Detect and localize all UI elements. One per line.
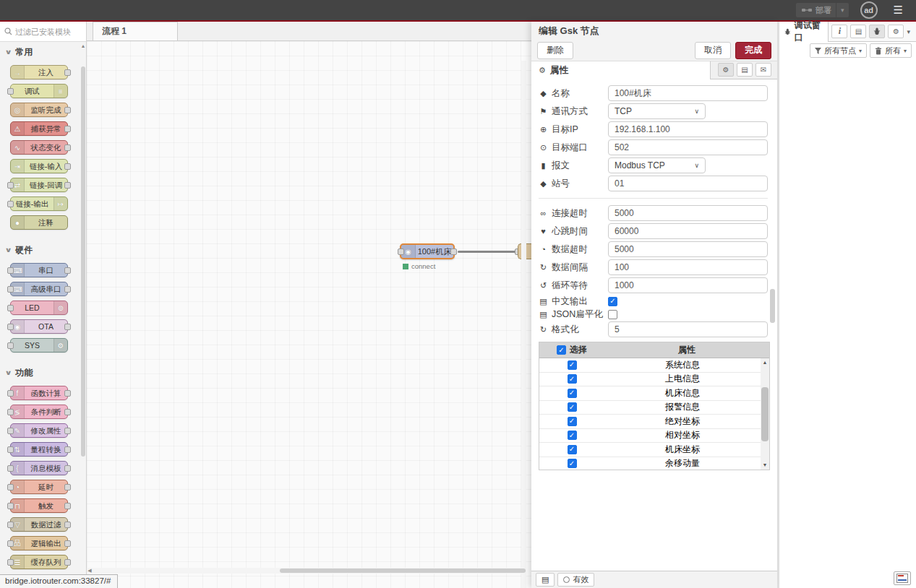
palette-section-header[interactable]: ∨ 常用 xyxy=(0,43,80,61)
deploy-options-caret[interactable]: ▾ xyxy=(836,3,849,17)
table-row[interactable]: ✓ 绝对坐标 xyxy=(539,415,761,429)
table-row[interactable]: ✓ 相对坐标 xyxy=(539,429,761,444)
palette-section-header[interactable]: ∨ 硬件 xyxy=(0,241,80,259)
canvas-horizontal-scrollbar[interactable]: ◀ xyxy=(87,568,526,574)
palette-node[interactable]: ◔ 延时 xyxy=(10,480,68,494)
field-input[interactable] xyxy=(608,241,768,257)
palette-node[interactable]: ⊚ LED xyxy=(10,301,68,315)
table-row[interactable]: ✓ 机床坐标 xyxy=(539,443,761,457)
row-checkbox[interactable]: ✓ xyxy=(568,360,577,370)
palette-node[interactable]: ⌨ 串口 xyxy=(10,263,68,277)
field-input[interactable] xyxy=(608,139,768,155)
field-input[interactable] xyxy=(608,223,768,239)
palette-search[interactable] xyxy=(0,22,86,42)
field-select[interactable]: Modbus TCP∨ xyxy=(608,157,706,173)
wire[interactable] xyxy=(458,251,519,253)
scroll-up-icon[interactable]: ▲ xyxy=(761,358,769,367)
node-input-port[interactable] xyxy=(398,248,404,255)
palette-node[interactable]: ⚠ 捕获异常 xyxy=(10,121,68,136)
enabled-toggle-button[interactable]: 有效 xyxy=(557,573,594,587)
select-all-checkbox[interactable]: ✓ xyxy=(557,345,566,355)
description-icon-button[interactable]: ▤ xyxy=(737,63,753,77)
palette-node[interactable]: ⇥ 链接-输入 xyxy=(10,159,68,173)
row-checkbox[interactable]: ✓ xyxy=(568,374,577,384)
sidebar-menu-caret[interactable]: ▾ xyxy=(904,28,913,35)
main-menu-icon[interactable]: ☰ xyxy=(889,4,907,17)
help-icon-button[interactable]: ▤ xyxy=(850,25,866,38)
flow-node-gsk[interactable]: ◉ 100#机床 xyxy=(400,243,455,259)
delete-button[interactable]: 删除 xyxy=(537,42,573,59)
palette-node[interactable]: ◎ 监听完成 xyxy=(10,103,68,117)
node-output-port[interactable] xyxy=(450,248,457,255)
palette-node[interactable]: ≶ 条件判断 xyxy=(10,405,68,419)
table-row[interactable]: ✓ 余移动量 xyxy=(539,457,761,471)
deploy-button[interactable]: 部署 ▾ xyxy=(796,3,849,17)
field-select[interactable]: TCP∨ xyxy=(608,103,706,119)
table-scrollbar[interactable]: ▲ ▼ xyxy=(761,358,769,470)
palette-section-header[interactable]: ∨ 功能 xyxy=(0,364,80,381)
tab-flow-1[interactable]: 流程 1 xyxy=(93,22,178,40)
clear-messages-button[interactable]: 所有 ▾ xyxy=(870,43,912,58)
field-input[interactable] xyxy=(608,176,768,191)
palette-scrollbar[interactable]: ▲ ▼ xyxy=(80,42,86,588)
palette-node[interactable]: ⊓ 触发 xyxy=(10,498,68,513)
toggle-panel-button[interactable] xyxy=(894,571,911,585)
properties-icon-button[interactable]: ⚙ xyxy=(718,63,734,77)
field-input[interactable] xyxy=(608,259,768,275)
row-checkbox[interactable]: ✓ xyxy=(568,459,577,468)
palette-node[interactable]: ⌨ 高级串口 xyxy=(10,282,68,296)
appearance-icon-button[interactable]: ✉ xyxy=(756,63,771,77)
field-checkbox[interactable] xyxy=(608,310,617,319)
palette-node[interactable]: ↦ 链接-输出 xyxy=(10,196,68,211)
palette-node[interactable]: f 函数计算 xyxy=(10,386,68,400)
field-input[interactable] xyxy=(608,205,768,221)
tab-properties[interactable]: ⚙ 属性 xyxy=(531,61,711,79)
row-checkbox[interactable]: ✓ xyxy=(568,402,577,412)
palette-scroll-thumb[interactable] xyxy=(81,66,85,457)
field-input[interactable] xyxy=(608,277,768,293)
done-button[interactable]: 完成 xyxy=(735,42,771,59)
field-input[interactable] xyxy=(608,321,768,337)
scroll-down-icon[interactable]: ▼ xyxy=(761,461,769,470)
table-row[interactable]: ✓ 机床信息 xyxy=(539,386,761,401)
table-row[interactable]: ✓ 系统信息 xyxy=(539,358,761,373)
node-help-button[interactable]: ▤ xyxy=(536,573,555,587)
tray-scrollbar[interactable] xyxy=(770,137,775,542)
row-checkbox[interactable]: ✓ xyxy=(568,417,577,426)
tab-debug[interactable]: 调试窗口 xyxy=(779,22,829,42)
palette-node[interactable]: ● 注释 xyxy=(10,215,68,230)
scroll-left-icon[interactable]: ◀ xyxy=(87,568,93,574)
row-checkbox[interactable]: ✓ xyxy=(568,431,577,440)
palette-node[interactable]: ⚙ SYS xyxy=(10,338,68,353)
table-row[interactable]: ✓ 报警信息 xyxy=(539,401,761,415)
table-row[interactable]: ✓ 上电信息 xyxy=(539,373,761,387)
palette-node[interactable]: ⇄ 链接-回调 xyxy=(10,178,68,192)
palette-node[interactable]: ✎ 修改属性 xyxy=(10,423,68,438)
palette-node[interactable]: 品 逻辑输出 xyxy=(10,536,68,550)
palette-node[interactable]: ≡ 调试 xyxy=(10,84,68,98)
user-avatar[interactable]: ad xyxy=(860,1,878,19)
tray-scroll-thumb[interactable] xyxy=(770,289,775,323)
field-input[interactable] xyxy=(608,85,768,101)
palette-node[interactable]: ⇅ 量程转换 xyxy=(10,442,68,457)
palette-node[interactable]: ◉ OTA xyxy=(10,319,68,334)
settings-icon-button[interactable]: ⚙ xyxy=(888,25,904,38)
cancel-button[interactable]: 取消 xyxy=(695,42,731,59)
table-scroll-thumb[interactable] xyxy=(761,387,769,441)
row-checkbox[interactable]: ✓ xyxy=(568,445,577,454)
palette-node[interactable]: { 消息模板 xyxy=(10,461,68,475)
filter-nodes-button[interactable]: 所有节点 ▾ xyxy=(810,43,867,58)
canvas-vertical-scrollbar[interactable] xyxy=(521,61,526,588)
field-checkbox[interactable]: ✓ xyxy=(608,297,617,306)
palette-node[interactable]: ☰ 缓存队列 xyxy=(10,555,68,569)
canvas-scroll-thumb[interactable] xyxy=(280,568,526,573)
row-checkbox[interactable]: ✓ xyxy=(568,389,577,398)
palette-search-input[interactable] xyxy=(15,27,77,36)
palette-node[interactable]: → 注入 xyxy=(10,65,68,79)
field-input[interactable] xyxy=(608,121,768,137)
palette-node[interactable]: ∿ 状态变化 xyxy=(10,140,68,155)
info-icon-button[interactable]: i xyxy=(831,25,847,38)
scroll-up-icon[interactable]: ▲ xyxy=(80,43,86,48)
palette-node[interactable]: ▽ 数据过滤 xyxy=(10,517,68,532)
debug-icon-button[interactable] xyxy=(869,25,885,38)
